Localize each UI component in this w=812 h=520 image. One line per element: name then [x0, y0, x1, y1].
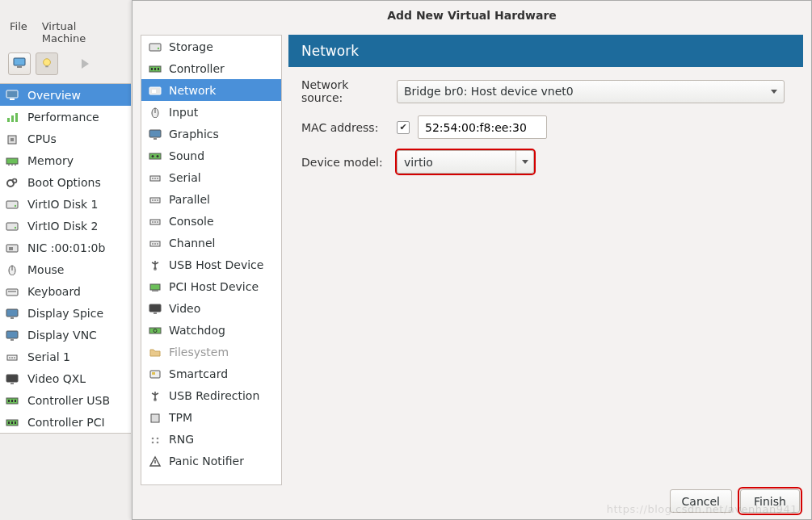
hardware-item-label: VirtIO Disk 1: [27, 198, 98, 211]
hardware-type-item[interactable]: Watchdog: [141, 319, 281, 341]
port-icon: [3, 350, 21, 364]
svg-point-75: [157, 243, 158, 245]
hardware-type-item[interactable]: Channel: [141, 232, 281, 254]
hardware-item-label: Overview: [27, 89, 81, 102]
hardware-item[interactable]: Boot Options: [0, 171, 131, 193]
mac-address-checkbox[interactable]: ✔: [397, 121, 410, 134]
controller-icon: [3, 415, 21, 430]
usb-icon: [148, 389, 162, 402]
details-button[interactable]: [36, 52, 58, 75]
svg-rect-82: [149, 304, 161, 312]
hardware-type-item[interactable]: Controller: [141, 57, 281, 79]
finish-button[interactable]: Finish: [740, 489, 800, 513]
device-model-dropdown-button[interactable]: [515, 151, 533, 173]
run-button[interactable]: [76, 55, 94, 73]
hardware-type-item[interactable]: Console: [141, 210, 281, 232]
hardware-item[interactable]: NIC :00:01:0b: [0, 237, 131, 258]
hardware-item[interactable]: VirtIO Disk 1: [0, 193, 131, 215]
hardware-type-label: Serial: [169, 171, 201, 184]
hardware-type-item[interactable]: Panic Notifier: [141, 450, 281, 472]
hardware-type-item[interactable]: Parallel: [141, 188, 281, 210]
menu-virtual-machine[interactable]: Virtual Machine: [42, 20, 122, 44]
hardware-item[interactable]: Keyboard: [0, 280, 131, 302]
chart-icon: [3, 110, 21, 124]
svg-point-94: [157, 437, 159, 439]
svg-point-96: [157, 441, 159, 443]
panel-heading: Network: [288, 35, 803, 67]
hardware-item[interactable]: Performance: [0, 106, 131, 128]
device-model-label: Device model:: [301, 156, 397, 169]
hdd-icon: [148, 40, 162, 53]
device-model-select[interactable]: virtio: [397, 150, 534, 174]
hardware-item[interactable]: Serial 1: [0, 346, 131, 367]
hardware-type-label: Watchdog: [169, 324, 225, 337]
hardware-list[interactable]: OverviewPerformanceCPUsMemoryBoot Option…: [0, 83, 131, 434]
svg-rect-49: [154, 68, 156, 70]
svg-rect-42: [8, 421, 10, 424]
hardware-type-item[interactable]: Serial: [141, 166, 281, 188]
rng-icon: [148, 433, 162, 446]
menu-file[interactable]: File: [10, 20, 27, 44]
hardware-type-item[interactable]: Storage: [141, 36, 281, 57]
hardware-item[interactable]: Controller USB: [0, 389, 131, 411]
hardware-type-item[interactable]: PCI Host Device: [141, 275, 281, 297]
cpu-icon: [3, 132, 21, 146]
hardware-type-item[interactable]: TPM: [141, 406, 281, 428]
svg-rect-30: [11, 339, 14, 341]
svg-rect-8: [15, 113, 18, 122]
hardware-type-list[interactable]: StorageControllerNetworkInputGraphicsSou…: [141, 35, 282, 485]
svg-rect-14: [15, 164, 16, 166]
svg-point-70: [154, 221, 156, 223]
hardware-item[interactable]: Display VNC: [0, 324, 131, 346]
hardware-type-item[interactable]: Graphics: [141, 123, 281, 145]
network-source-select[interactable]: Bridge br0: Host device vnet0: [397, 80, 785, 103]
svg-rect-55: [149, 130, 161, 137]
hardware-item[interactable]: Mouse: [0, 258, 131, 280]
port-icon: [148, 215, 162, 228]
display-icon: [3, 328, 21, 342]
hardware-type-item[interactable]: Input: [141, 101, 281, 123]
svg-rect-36: [11, 383, 14, 384]
nic-icon: [3, 241, 21, 255]
svg-rect-29: [6, 331, 18, 338]
mac-address-input[interactable]: [418, 115, 547, 139]
console-button[interactable]: [8, 52, 31, 75]
smartcard-icon: [148, 367, 162, 380]
video-icon: [148, 302, 162, 315]
hardware-type-label: USB Redirection: [169, 389, 259, 402]
svg-point-65: [152, 199, 154, 201]
hardware-item[interactable]: Controller PCI: [0, 411, 131, 433]
svg-rect-39: [11, 400, 13, 402]
svg-point-16: [13, 178, 17, 182]
svg-rect-44: [15, 421, 16, 424]
hardware-type-item[interactable]: USB Redirection: [141, 384, 281, 406]
hardware-type-item[interactable]: Smartcard: [141, 363, 281, 384]
device-model-value: virtio: [404, 156, 433, 169]
hardware-item[interactable]: Memory: [0, 149, 131, 171]
menubar: File Virtual Machine: [0, 18, 132, 49]
svg-point-20: [15, 226, 16, 228]
hardware-item[interactable]: Video QXL: [0, 367, 131, 389]
hardware-type-label: Panic Notifier: [169, 455, 244, 468]
keyboard-icon: [3, 284, 21, 299]
hardware-type-item[interactable]: USB Host Device: [141, 254, 281, 275]
hardware-item[interactable]: CPUs: [0, 128, 131, 149]
chevron-down-icon: [771, 90, 777, 94]
hardware-type-item[interactable]: Network: [141, 79, 281, 101]
hardware-item-label: Display VNC: [27, 329, 97, 342]
play-icon: [82, 59, 89, 69]
hardware-item[interactable]: Display Spice: [0, 302, 131, 324]
hardware-type-label: Network: [169, 84, 216, 97]
monitor-icon: [13, 57, 26, 71]
hardware-type-item[interactable]: RNG: [141, 428, 281, 450]
svg-point-73: [152, 243, 154, 245]
hardware-item[interactable]: VirtIO Disk 2: [0, 215, 131, 237]
svg-rect-25: [6, 289, 18, 296]
hardware-item[interactable]: Overview: [0, 84, 131, 106]
hardware-type-item[interactable]: Video: [141, 297, 281, 319]
cancel-button[interactable]: Cancel: [670, 489, 732, 513]
svg-rect-3: [45, 65, 48, 67]
hardware-type-item[interactable]: Sound: [141, 145, 281, 166]
hardware-type-label: PCI Host Device: [169, 280, 259, 293]
watchdog-icon: [148, 324, 162, 337]
